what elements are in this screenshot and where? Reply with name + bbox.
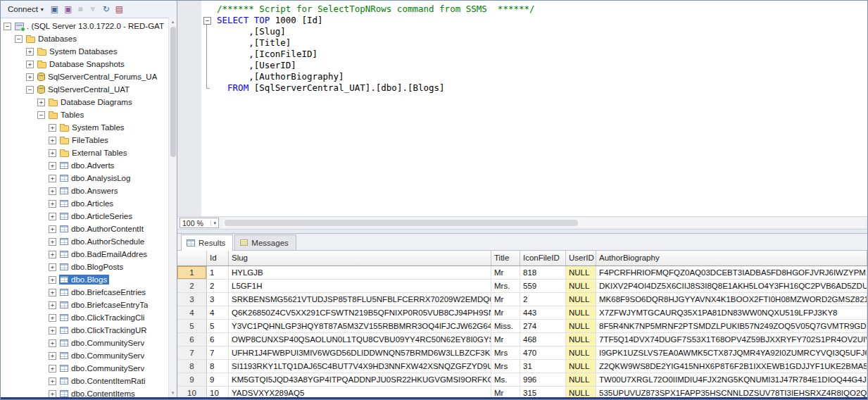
grid-cell[interactable]: 468 — [520, 333, 566, 346]
grid-cell[interactable]: 559 — [520, 280, 566, 293]
tree-item[interactable]: +dbo.ArticleSeries — [1, 210, 168, 223]
grid-cell[interactable]: Mrs — [491, 346, 520, 360]
grid-cell[interactable]: NULL — [566, 387, 596, 397]
column-header-Title[interactable]: Title — [491, 251, 520, 265]
row-number-cell[interactable]: 10 — [177, 387, 207, 397]
tree-item[interactable]: +External Tables — [1, 146, 168, 159]
scroll-down-icon[interactable]: ▼ — [171, 389, 175, 396]
tree-item[interactable]: +FileTables — [1, 134, 168, 146]
expand-icon[interactable]: + — [49, 276, 56, 284]
scroll-up-icon[interactable]: ▲ — [171, 18, 175, 25]
row-number-cell[interactable]: 9 — [177, 373, 207, 387]
tree-item[interactable]: +dbo.BadEmailAddres — [1, 248, 168, 261]
row-number-cell[interactable]: 2 — [177, 280, 207, 293]
grid-cell[interactable]: NULL — [566, 346, 596, 360]
tree-item[interactable]: +dbo.Blogs — [1, 273, 168, 286]
expand-icon[interactable]: + — [49, 187, 56, 195]
grid-cell[interactable]: DKIXV2P4OI4DZ5X6CIIJ8S3I8Q8E1AKH5LO4Y3FH… — [596, 280, 867, 293]
grid-cell[interactable]: SI1193RKY1LTQ1DAJ65C4BUT7V4X9HD3NNFXW42X… — [229, 360, 491, 373]
tree-item[interactable]: +dbo.CommunityServ — [1, 362, 168, 375]
tree-item[interactable]: +Database Snapshots — [1, 58, 168, 70]
grid-cell[interactable]: Mrs. — [491, 280, 520, 293]
fold-collapse-icon[interactable]: − — [203, 17, 211, 25]
grid-cell[interactable]: 274 — [520, 320, 566, 333]
grid-cell[interactable]: Mr — [491, 333, 520, 346]
grid-cell[interactable]: 1 — [207, 266, 229, 280]
grid-cell[interactable]: NULL — [566, 266, 596, 280]
column-header-AuthorBiography[interactable]: AuthorBiography — [596, 251, 867, 265]
tree-item[interactable]: +dbo.Answers — [1, 185, 168, 197]
expand-icon[interactable]: + — [37, 99, 45, 106]
error-logs-icon[interactable]: ▤ — [115, 4, 123, 14]
grid-cell[interactable]: NULL — [566, 280, 596, 293]
tree-item[interactable]: +SqlServerCentral_Forums_UA — [1, 70, 168, 83]
expand-icon[interactable]: + — [49, 263, 56, 271]
grid-cell[interactable]: Z2QKW9WS8DE2YIG415NHX6P8T6F2B1IXXEWB1GDJ… — [596, 360, 867, 373]
zoom-dropdown[interactable]: 100 % ▾ — [180, 218, 219, 228]
expand-icon[interactable]: + — [49, 314, 56, 322]
expand-icon[interactable]: + — [49, 213, 56, 220]
connect-button[interactable]: Connect ▾ — [4, 4, 48, 15]
grid-cell[interactable]: NULL — [566, 306, 596, 320]
column-header-UserID[interactable]: UserID — [566, 251, 596, 265]
scrollbar-thumb[interactable] — [170, 27, 176, 157]
expand-icon[interactable]: + — [26, 73, 34, 81]
tree-item[interactable]: +System Tables — [1, 121, 168, 134]
grid-cell[interactable]: Mr — [491, 266, 520, 280]
expand-icon[interactable]: + — [49, 124, 56, 132]
expand-icon[interactable]: + — [49, 289, 56, 296]
row-number-cell[interactable]: 4 — [177, 306, 207, 320]
grid-cell[interactable]: Mrs — [491, 360, 520, 373]
tree-scrollbar[interactable]: ▲ ▼ — [168, 18, 177, 397]
row-number-cell[interactable]: 3 — [177, 293, 207, 306]
tree-item[interactable]: −SqlServerCentral_UAT — [1, 83, 168, 96]
editor-code[interactable]: /****** Script for SelectTopNRows comman… — [213, 1, 867, 216]
grid-cell[interactable]: 443 — [520, 306, 566, 320]
tree-item[interactable]: +dbo.BriefcaseEntries — [1, 286, 168, 299]
tree-item[interactable]: −. (SQL Server 13.0.1722.0 - RED-GAT — [1, 20, 168, 32]
tree-item[interactable]: +dbo.CommunityServ — [1, 337, 168, 349]
row-number-cell[interactable]: 1 — [177, 266, 207, 280]
collapse-icon[interactable]: − — [4, 23, 11, 30]
grid-cell[interactable]: L5GF1H — [229, 280, 491, 293]
grid-cell[interactable]: NULL — [566, 373, 596, 387]
column-header-rownum[interactable] — [177, 251, 207, 265]
grid-cell[interactable]: HYLGJB — [229, 266, 491, 280]
row-number-cell[interactable]: 7 — [177, 346, 207, 360]
expand-icon[interactable]: + — [49, 137, 56, 144]
tree-item[interactable]: +dbo.ContentItems — [1, 387, 168, 397]
grid-cell[interactable]: F4PCRFHRIOFMQFQZ0AQ03DCEBT3IADBA5FD8HGOF… — [596, 266, 867, 280]
grid-cell[interactable]: Mr — [491, 293, 520, 306]
expand-icon[interactable]: + — [49, 339, 56, 347]
tree-item[interactable]: +dbo.Adverts — [1, 159, 168, 172]
grid-cell[interactable]: NULL — [566, 360, 596, 373]
grid-cell[interactable]: 3 — [207, 293, 229, 306]
tree-item[interactable]: −Databases — [1, 32, 168, 45]
row-number-cell[interactable]: 5 — [177, 320, 207, 333]
row-number-cell[interactable]: 6 — [177, 333, 207, 346]
tree-item[interactable]: +dbo.BriefcaseEntryTa — [1, 299, 168, 311]
grid-cell[interactable]: 6 — [207, 333, 229, 346]
grid-cell[interactable]: 31 — [520, 360, 566, 373]
grid-cell[interactable]: 8 — [207, 360, 229, 373]
grid-cell[interactable]: Mr — [491, 306, 520, 320]
grid-cell[interactable]: 7TF5Q14DVX74DUGF7S53X1T68OPV4Z59BJXXRYFY… — [596, 333, 867, 346]
column-header-Id[interactable]: Id — [207, 251, 229, 265]
grid-cell[interactable]: 2 — [520, 293, 566, 306]
grid-cell[interactable]: UFHR1J4FWBPUI3MIV6WGD56DLIDDWNQN57BRMD6W… — [229, 346, 491, 360]
expand-icon[interactable]: + — [49, 162, 56, 170]
tree-item[interactable]: +dbo.BlogPosts — [1, 261, 168, 273]
grid-cell[interactable]: YADSVXYX289AQ5 — [229, 387, 491, 397]
tab-results[interactable]: Results — [181, 235, 233, 251]
grid-cell[interactable]: 996 — [520, 373, 566, 387]
grid-cell[interactable]: TW00U7XRGL72O0IIMDIU4FJX2NG5KQNUMI31J47R… — [596, 373, 867, 387]
expand-icon[interactable]: + — [49, 327, 56, 335]
expand-icon[interactable]: + — [49, 352, 56, 360]
expand-icon[interactable]: + — [49, 377, 56, 385]
grid-cell[interactable]: OWP8CUNXSP40QSAOLUN0L1TQU8CVBU09YY4RC50N… — [229, 333, 491, 346]
expand-icon[interactable]: + — [49, 238, 56, 246]
grid-cell[interactable]: I9GPK1UZSLVS7EA0AWMK5CTX87JQMR4YA92I0ZUM… — [596, 346, 867, 360]
grid-cell[interactable]: Y3VC1PQHNLGP3HQY8T87A5M3ZV155RBBMRR3OQ4I… — [229, 320, 491, 333]
expand-icon[interactable]: + — [49, 149, 56, 157]
tree-item[interactable]: +dbo.AnalysisLog — [1, 172, 168, 185]
